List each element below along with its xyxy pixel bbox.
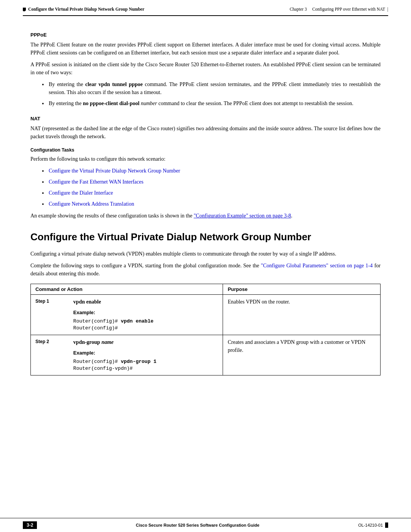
footer-doc-num: OL-14210-01 [358, 522, 388, 528]
pppoe-bullet-list: By entering the clear vpdn tunnel pppoe … [42, 80, 381, 107]
chapter-para1: Configuring a virtual private dialup net… [30, 250, 381, 258]
steps-table: Command or Action Purpose Step 1 vpdn en… [30, 284, 381, 375]
step1-purpose: Enables VPDN on the router. [223, 295, 381, 335]
step2-cmd-bold: vpdn-group [73, 339, 100, 345]
header-chapter: Chapter 3 [290, 7, 307, 11]
step2-label: Step 2 [31, 335, 69, 375]
footer-bar-icon [385, 522, 388, 528]
chapter-para2: Complete the following steps to configur… [30, 262, 381, 278]
link-vpdn-group[interactable]: Configure the Virtual Private Dialup Net… [49, 168, 180, 174]
chapter-para2-link[interactable]: "Configure Global Parameters" section on… [261, 263, 373, 268]
step1-content: vpdn enable Example: Router(config)# vpd… [69, 295, 223, 335]
step1-num: Step 1 [35, 299, 49, 304]
step2-num: Step 2 [35, 339, 49, 344]
header-chapter-title: Configuring PPP over Ethernet with NAT [312, 7, 385, 11]
link-fast-ethernet[interactable]: Configure the Fast Ethernet WAN Interfac… [49, 179, 143, 185]
footer-title: Cisco Secure Router 520 Series Software … [45, 523, 350, 527]
config-task-link-2[interactable]: Configure the Fast Ethernet WAN Interfac… [42, 178, 381, 186]
config-task-link-4[interactable]: Configure Network Address Translation [42, 200, 381, 208]
config-tasks-heading: Configuration Tasks [30, 147, 381, 153]
step1-label: Step 1 [31, 295, 69, 335]
pppoe-para1: The PPPoE Client feature on the router p… [30, 41, 381, 57]
config-example-suffix: . [291, 213, 293, 219]
pppoe-para2: A PPPoE session is initiated on the clie… [30, 61, 381, 77]
config-example-link[interactable]: "Configuration Example" section on page … [194, 213, 291, 219]
config-task-link-3[interactable]: Configure the Dialer Interface [42, 189, 381, 197]
footer-doc-num-text: OL-14210-01 [358, 523, 383, 527]
header-left-text: Configure the Virtual Private Dialup Net… [28, 7, 144, 11]
config-example-prefix: An example showing the results of these … [30, 213, 194, 219]
step2-command: vpdn-group name [73, 338, 218, 346]
pppoe-heading: PPPoE [30, 32, 381, 38]
step2-content: vpdn-group name Example: Router(config)#… [69, 335, 223, 375]
pppoe-bullet2-suffix: command to clear the session. The PPPoE … [157, 101, 354, 106]
header-bullet-icon: ■ [23, 8, 26, 11]
step1-code-line2: Router(config)# [73, 325, 218, 332]
header-right: Chapter 3 Configuring PPP over Ethernet … [290, 7, 388, 11]
table-header-row: Command or Action Purpose [31, 284, 381, 295]
step2-purpose: Creates and associates a VPDN group with… [223, 335, 381, 375]
nat-para1: NAT (represented as the dashed line at t… [30, 125, 381, 141]
step2-cmd-italic: name [100, 339, 113, 345]
table-row: Step 2 vpdn-group name Example: Router(c… [31, 335, 381, 375]
config-example-note: An example showing the results of these … [30, 212, 381, 220]
col1-header: Command or Action [31, 284, 223, 295]
header-left: ■ Configure the Virtual Private Dialup N… [23, 7, 144, 11]
link-dialer-interface[interactable]: Configure the Dialer Interface [49, 190, 113, 196]
step2-example-label: Example: [73, 349, 218, 357]
pppoe-bullet2-command: no pppoe-client dial-pool [83, 101, 140, 106]
step2-code-line1: Router(config)# vpdn-group 1 [73, 358, 218, 365]
nat-heading: NAT [30, 116, 381, 121]
pppoe-bullet-2: By entering the no pppoe-client dial-poo… [42, 99, 381, 107]
pppoe-bullet2-italic: number [139, 101, 157, 106]
config-tasks-intro: Perform the following tasks to configure… [30, 155, 381, 163]
page-footer: 3-2 Cisco Secure Router 520 Series Softw… [0, 518, 411, 532]
link-nat[interactable]: Configure Network Address Translation [49, 201, 134, 207]
col2-header: Purpose [223, 284, 381, 295]
footer-page-number: 3-2 [23, 521, 37, 529]
table-row: Step 1 vpdn enable Example: Router(confi… [31, 295, 381, 335]
step1-code-line1: Router(config)# vpdn enable [73, 318, 218, 325]
pppoe-bullet2-prefix: By entering the [49, 101, 83, 106]
chapter-section-heading: Configure the Virtual Private Dialup Net… [30, 231, 381, 243]
main-content: PPPoE The PPPoE Client feature on the ro… [0, 16, 411, 389]
page-container: ■ Configure the Virtual Private Dialup N… [0, 0, 411, 532]
step1-example-label: Example: [73, 309, 218, 316]
step1-cmd-text: vpdn enable [73, 299, 101, 305]
page-header: ■ Configure the Virtual Private Dialup N… [0, 0, 411, 15]
step1-command: vpdn enable [73, 298, 218, 306]
step2-code-line2: Router(config-vpdn)# [73, 365, 218, 372]
config-tasks-list: Configure the Virtual Private Dialup Net… [42, 167, 381, 208]
header-bar: | [387, 7, 388, 11]
pppoe-bullet-1: By entering the clear vpdn tunnel pppoe … [42, 80, 381, 96]
pppoe-bullet1-prefix: By entering the [49, 81, 85, 87]
chapter-para2-prefix: Complete the following steps to configur… [30, 263, 261, 268]
pppoe-bullet1-command: clear vpdn tunnel pppoe [85, 81, 143, 87]
config-task-link-1[interactable]: Configure the Virtual Private Dialup Net… [42, 167, 381, 175]
